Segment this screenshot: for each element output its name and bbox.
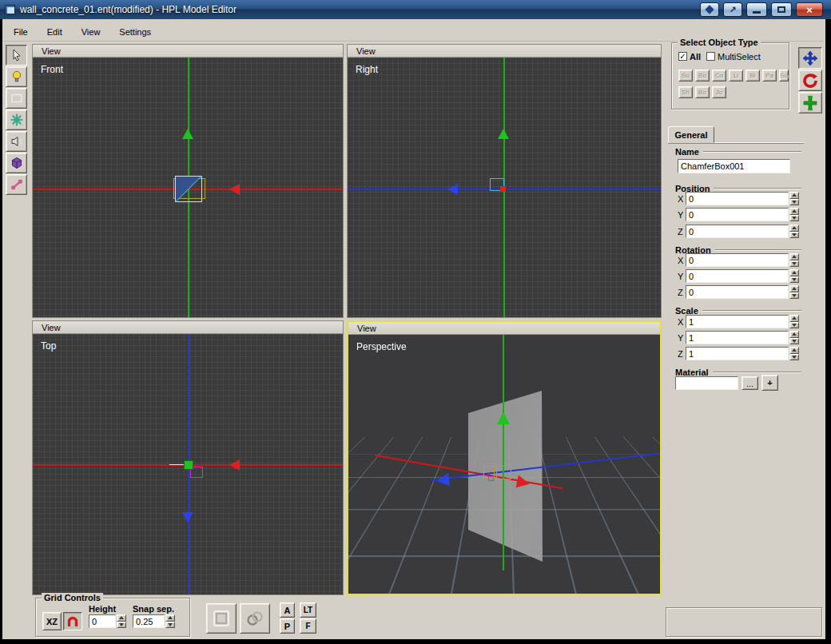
position-x-input[interactable]: [686, 192, 789, 205]
x-axis-arrow[interactable]: [516, 475, 531, 491]
minimize-button[interactable]: [746, 2, 767, 17]
submesh-tool-button[interactable]: [6, 153, 27, 173]
height-input[interactable]: [89, 614, 116, 628]
rotation-x-input[interactable]: [686, 253, 789, 267]
tab-general[interactable]: General: [668, 126, 714, 143]
toggle-p-button[interactable]: P: [280, 618, 295, 634]
z-axis-arrow[interactable]: [435, 473, 450, 487]
y-axis-arrow[interactable]: [498, 129, 509, 139]
viewport-perspective-canvas[interactable]: Perspective: [348, 335, 660, 594]
grid-plane-button[interactable]: XZ: [42, 612, 62, 630]
spin-up-button[interactable]: [117, 614, 126, 622]
type-collider-button[interactable]: Co: [712, 70, 726, 81]
spin-down-button[interactable]: [789, 292, 799, 300]
type-particle-button[interactable]: Pa: [762, 70, 777, 81]
selected-object-box[interactable]: [175, 176, 202, 202]
position-z-input[interactable]: [686, 225, 789, 238]
viewport-right-header[interactable]: View: [348, 45, 661, 58]
spin-down-button[interactable]: [789, 260, 799, 268]
billboard-tool-button[interactable]: [6, 88, 27, 109]
viewport-right-canvas[interactable]: Right: [348, 58, 661, 317]
menu-edit[interactable]: Edit: [38, 25, 72, 39]
spin-up-button[interactable]: [165, 614, 175, 622]
snap-sep-input[interactable]: [133, 614, 165, 628]
rotation-z-input[interactable]: [686, 285, 789, 299]
position-y-input[interactable]: [686, 208, 789, 221]
y-axis-arrow[interactable]: [497, 412, 510, 424]
spin-down-button[interactable]: [789, 199, 799, 206]
spin-up-button[interactable]: [789, 285, 799, 292]
spin-down-button[interactable]: [789, 232, 799, 239]
scale-x-input[interactable]: [686, 315, 789, 328]
z-axis-arrow[interactable]: [182, 512, 193, 523]
spin-up-button[interactable]: [789, 192, 799, 199]
spin-down-button[interactable]: [789, 276, 799, 284]
spin-up-button[interactable]: [789, 225, 799, 232]
scale-tool-button[interactable]: [798, 92, 822, 113]
snap-toggle-button[interactable]: [63, 612, 82, 630]
z-axis-arrow[interactable]: [447, 184, 458, 195]
type-billboard-button[interactable]: Bi: [746, 70, 760, 81]
viewport-front-header[interactable]: View: [33, 45, 343, 58]
material-add-button[interactable]: +: [761, 375, 778, 391]
scale-z-input[interactable]: [686, 347, 789, 360]
menu-settings[interactable]: Settings: [109, 25, 161, 39]
multiselect-checkbox[interactable]: [706, 52, 715, 61]
type-submesh-button[interactable]: Su: [678, 70, 693, 81]
material-browse-button[interactable]: ...: [742, 376, 758, 390]
type-body-button[interactable]: Bo: [695, 70, 710, 81]
spin-down-button[interactable]: [789, 338, 799, 345]
viewport-top-header[interactable]: View: [33, 321, 343, 334]
close-button[interactable]: ×: [796, 2, 823, 17]
viewport-right: View Right: [347, 44, 662, 318]
type-light-button[interactable]: Li: [729, 70, 743, 81]
translate-tool-button[interactable]: [798, 47, 822, 69]
scale-y-input[interactable]: [686, 331, 789, 344]
light-tool-button[interactable]: [6, 66, 27, 87]
joint-tool-button[interactable]: [6, 174, 27, 195]
pin-window-button[interactable]: [700, 2, 719, 17]
gizmo-plane-handle[interactable]: [488, 476, 494, 481]
spin-up-button[interactable]: [789, 331, 799, 338]
toggle-a-button[interactable]: A: [280, 602, 295, 618]
toggle-f-button[interactable]: F: [300, 618, 316, 634]
viewport-front-canvas[interactable]: Front: [33, 58, 343, 317]
link-bodies-button[interactable]: [240, 603, 270, 634]
spin-up-button[interactable]: [789, 347, 799, 354]
type-shape-button[interactable]: Sh: [678, 86, 693, 98]
material-input[interactable]: [675, 376, 738, 390]
popout-window-button[interactable]: ↗: [723, 2, 742, 17]
rotate-tool-button[interactable]: [798, 70, 822, 91]
viewport-top-canvas[interactable]: Top: [33, 334, 343, 594]
spin-down-button[interactable]: [789, 215, 799, 222]
name-input[interactable]: [678, 159, 790, 173]
y-axis-arrow[interactable]: [182, 129, 193, 139]
spin-up-button[interactable]: [789, 253, 799, 260]
spin-down-button[interactable]: [789, 354, 799, 361]
viewport-perspective-header[interactable]: View: [348, 322, 660, 335]
duplicate-button[interactable]: [206, 603, 237, 634]
maximize-button[interactable]: [771, 2, 792, 17]
rotation-y-input[interactable]: [686, 269, 789, 283]
x-axis-arrow[interactable]: [229, 459, 240, 471]
spin-up-button[interactable]: [789, 208, 799, 215]
selected-object-box[interactable]: [184, 460, 193, 470]
spin-up-button[interactable]: [789, 269, 799, 276]
titlebar[interactable]: wall_concrete_01.ent(modified) - HPL Mod…: [0, 0, 831, 19]
x-axis-arrow[interactable]: [229, 184, 240, 195]
type-sound-button[interactable]: So: [779, 70, 789, 81]
type-joint-button[interactable]: Jo: [712, 86, 726, 98]
select-tool-button[interactable]: [6, 45, 27, 66]
menu-file[interactable]: File: [4, 25, 38, 39]
origin-handle[interactable]: [500, 186, 506, 192]
sound-tool-button[interactable]: [6, 131, 27, 152]
spin-down-button[interactable]: [789, 322, 799, 329]
spin-up-button[interactable]: [789, 315, 799, 322]
all-checkbox[interactable]: ✓: [678, 52, 687, 61]
menu-view[interactable]: View: [72, 25, 110, 39]
type-bone-button[interactable]: Bo: [695, 86, 710, 98]
spin-down-button[interactable]: [117, 622, 126, 629]
toggle-lt-button[interactable]: LT: [300, 602, 316, 618]
spin-down-button[interactable]: [165, 622, 175, 629]
particle-tool-button[interactable]: [6, 109, 27, 130]
